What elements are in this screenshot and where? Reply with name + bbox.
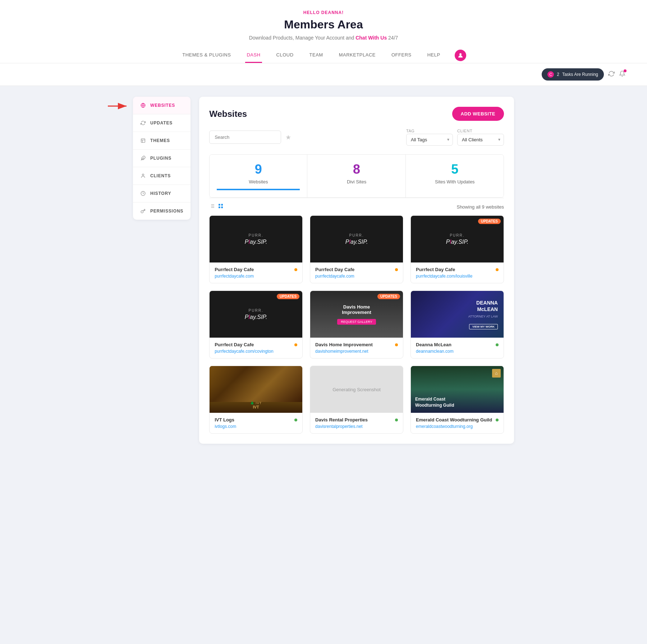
tasks-icon: C — [547, 71, 554, 78]
sidebar-item-plugins[interactable]: PLUGINS — [133, 150, 191, 167]
favorite-filter-icon[interactable]: ★ — [285, 133, 291, 141]
filters-row: ★ TAG All Tags CLIENT All Clients — [209, 129, 504, 146]
nav-team[interactable]: TEAM — [308, 48, 325, 63]
svg-rect-18 — [219, 204, 220, 206]
sidebar-item-themes[interactable]: THEMES — [133, 132, 191, 150]
sidebar-item-clients[interactable]: CLIENTS — [133, 167, 191, 185]
sidebar-item-history[interactable]: HISTORY — [133, 185, 191, 202]
stat-updates[interactable]: 5 Sites With Updates — [406, 155, 504, 197]
website-name-2: Purrfect Day Cafe — [416, 267, 499, 272]
screenshot-3: PURR. Play.SIP. UPDATES — [210, 291, 302, 338]
tag-filter-label: TAG — [406, 129, 451, 133]
client-filter-select[interactable]: All Clients — [457, 134, 504, 146]
screenshot-8: Emerald CoastWoodturning Guild ⌂ — [411, 366, 504, 413]
sidebar-label-clients: CLIENTS — [150, 173, 171, 178]
nav-help[interactable]: HELP — [426, 48, 442, 63]
svg-rect-20 — [219, 206, 220, 208]
website-info-7: Davis Rental Properties davisrentalprope… — [310, 413, 403, 433]
website-url-4[interactable]: davishomeimprovement.net — [315, 349, 398, 354]
showing-text: Showing all 9 websites — [456, 204, 504, 210]
sidebar-label-plugins: PLUGINS — [150, 156, 171, 161]
svg-point-0 — [459, 53, 462, 55]
sidebar-wrapper: WEBSITES UPDATES THEMES PLUGINS — [133, 97, 191, 444]
website-name-0: Purrfect Day Cafe — [215, 267, 297, 272]
website-url-3[interactable]: purrfectdaycafe.com/covington — [215, 349, 297, 354]
notifications-button[interactable] — [619, 70, 625, 79]
website-card-7[interactable]: Generating Screenshot Davis Rental Prope… — [310, 366, 403, 434]
website-card-2[interactable]: PURR. Play.SIP. UPDATES Purrfect Day Caf… — [410, 215, 504, 283]
globe-icon — [140, 102, 146, 108]
screenshot-6: 🌲 IVT IVT — [210, 366, 302, 413]
website-name-7: Davis Rental Properties — [315, 417, 398, 423]
website-card-5[interactable]: DEANNA McLEAN ATTORNEY AT LAW VIEW MY WO… — [410, 291, 504, 358]
nav-cloud[interactable]: CLOUD — [275, 48, 295, 63]
website-name-6: IVT Logs — [215, 417, 297, 423]
sidebar-label-updates: UPDATES — [150, 120, 173, 125]
stat-divi[interactable]: 8 Divi Sites — [308, 155, 405, 197]
refresh-button[interactable] — [608, 70, 615, 79]
website-info-1: Purrfect Day Cafe purrfectdaycafe.com — [310, 262, 403, 283]
add-website-button[interactable]: ADD WEBSITE — [452, 107, 504, 121]
stat-websites-number: 9 — [217, 162, 300, 177]
layout-icon — [140, 138, 146, 143]
website-url-2[interactable]: purrfectdaycafe.com/louisville — [416, 274, 499, 279]
website-url-7[interactable]: davisrentalproperties.net — [315, 424, 398, 429]
stat-divi-label: Divi Sites — [315, 179, 398, 184]
status-dot-6 — [294, 419, 297, 421]
nav-dash[interactable]: DASH — [245, 48, 262, 63]
website-name-5: Deanna McLean — [416, 342, 499, 347]
tag-filter-select[interactable]: All Tags — [406, 134, 453, 146]
page-header: HELLO DEANNA! Members Area Download Prod… — [0, 0, 647, 63]
website-card-3[interactable]: PURR. Play.SIP. UPDATES Purrfect Day Caf… — [209, 291, 303, 358]
status-dot-5 — [496, 343, 499, 346]
status-dot-4 — [395, 343, 398, 346]
website-card-0[interactable]: PURR. Play.SIP. Purrfect Day Cafe purrfe… — [209, 215, 303, 283]
screenshot-black-0: PURR. Play.SIP. — [210, 216, 302, 262]
sidebar-label-permissions: PERMISSIONS — [150, 209, 183, 214]
view-controls: Showing all 9 websites — [209, 198, 504, 215]
website-url-0[interactable]: purrfectdaycafe.com — [215, 274, 297, 279]
stat-updates-label: Sites With Updates — [413, 179, 496, 184]
svg-point-10 — [142, 174, 144, 176]
nav-themes-plugins[interactable]: THEMES & PLUGINS — [181, 48, 232, 63]
sidebar-item-permissions[interactable]: PERMISSIONS — [133, 202, 191, 220]
tasks-count: 2 — [557, 72, 559, 77]
nav-marketplace[interactable]: MARKETPLACE — [338, 48, 377, 63]
chat-link[interactable]: Chat With Us — [355, 35, 387, 41]
stats-row: 9 Websites 8 Divi Sites 5 Sites With Upd… — [209, 154, 504, 198]
website-url-1[interactable]: purrfectdaycafe.com — [315, 274, 398, 279]
website-card-4[interactable]: Davis Home Improvement REQUEST GALLERY U… — [310, 291, 403, 358]
status-dot-2 — [496, 268, 499, 271]
stat-websites[interactable]: 9 Websites — [210, 155, 307, 197]
tag-filter-wrap: TAG All Tags — [406, 129, 453, 146]
stat-websites-bar — [217, 189, 300, 190]
website-url-8[interactable]: emeraldcoastwoodturning.org — [416, 424, 499, 429]
svg-rect-19 — [221, 204, 223, 206]
website-name-8: Emerald Coast Woodturning Guild — [416, 417, 499, 423]
website-info-4: Davis Home Improvement davishomeimprovem… — [310, 338, 403, 358]
tasks-button[interactable]: C 2 Tasks Are Running — [542, 68, 604, 81]
svg-rect-5 — [141, 139, 145, 143]
nav-offers[interactable]: OFFERS — [390, 48, 413, 63]
website-info-5: Deanna McLean deannamclean.com — [411, 338, 504, 358]
website-card-8[interactable]: Emerald CoastWoodturning Guild ⌂ Emerald… — [410, 366, 504, 434]
user-avatar[interactable] — [455, 50, 466, 61]
list-view-icon[interactable] — [209, 203, 215, 210]
website-card-6[interactable]: 🌲 IVT IVT IVT Logs ivtlogs.com — [209, 366, 303, 434]
sidebar-item-updates[interactable]: UPDATES — [133, 114, 191, 132]
website-name-4: Davis Home Improvement — [315, 342, 398, 347]
website-card-1[interactable]: PURR. Play.SIP. Purrfect Day Cafe purrfe… — [310, 215, 403, 283]
status-dot-0 — [294, 268, 297, 271]
grid-view-icon[interactable] — [218, 203, 224, 210]
website-url-6[interactable]: ivtlogs.com — [215, 424, 297, 429]
search-input[interactable] — [209, 131, 281, 144]
sidebar-item-websites[interactable]: WEBSITES — [133, 97, 191, 114]
stat-updates-number: 5 — [413, 162, 496, 177]
update-badge-4: UPDATES — [377, 294, 400, 299]
view-icons — [209, 203, 224, 210]
content-card: Websites ADD WEBSITE ★ TAG All Tags CLIE… — [199, 97, 514, 444]
screenshot-black-1: PURR. Play.SIP. — [310, 216, 403, 262]
websites-grid: PURR. Play.SIP. Purrfect Day Cafe purrfe… — [209, 215, 504, 434]
svg-rect-21 — [221, 206, 223, 208]
website-url-5[interactable]: deannamclean.com — [416, 349, 499, 354]
